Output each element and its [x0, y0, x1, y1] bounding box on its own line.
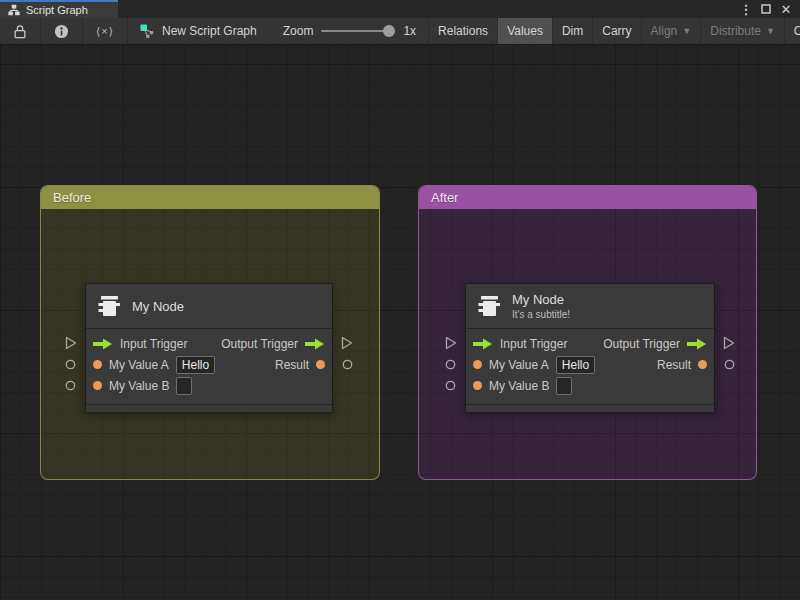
node-after-wrap: My Node It's a subtitle! Input Trigger O… [465, 283, 715, 413]
external-flow-input-port[interactable] [65, 336, 77, 350]
value-b-row: My Value B [86, 375, 332, 396]
graph-nodes-icon [140, 24, 155, 39]
edit-source-button[interactable]: ⟨×⟩ [83, 18, 128, 44]
value-b-label: My Value B [109, 379, 169, 393]
graph-toolbar: ⟨×⟩ New Script Graph Zoom 1x Relations V… [0, 18, 800, 45]
node-footer [466, 404, 714, 412]
output-trigger-port-icon[interactable] [687, 338, 707, 350]
trigger-row: Input Trigger Output Trigger [466, 333, 714, 354]
align-dropdown: Align ▼ [641, 18, 701, 44]
tab-label: Script Graph [26, 4, 88, 16]
node-body: Input Trigger Output Trigger My Value A … [86, 329, 332, 402]
value-b-port-icon[interactable] [93, 381, 102, 390]
new-script-graph-button[interactable]: New Script Graph [128, 18, 271, 44]
node-header: My Node [86, 284, 332, 329]
group-before-header[interactable]: Before [41, 186, 379, 209]
dim-label: Dim [562, 24, 583, 38]
group-after-title: After [431, 190, 458, 205]
lock-icon [13, 24, 27, 39]
overview-button[interactable]: Overview [784, 18, 800, 44]
code-icon: ⟨×⟩ [96, 25, 114, 38]
value-a-label: My Value A [489, 358, 549, 372]
node-title: My Node [132, 299, 184, 314]
lock-button[interactable] [0, 18, 41, 44]
node-footer [86, 404, 332, 412]
value-a-row: My Value A Hello Result [86, 354, 332, 375]
external-value-a-port[interactable] [65, 359, 76, 370]
value-a-port-icon[interactable] [473, 360, 482, 369]
chevron-down-icon: ▼ [682, 27, 691, 36]
external-flow-input-port[interactable] [445, 336, 457, 350]
relations-button[interactable]: Relations [428, 18, 497, 44]
group-after-header[interactable]: After [419, 186, 756, 209]
graph-hierarchy-icon [8, 4, 20, 16]
external-flow-output-port[interactable] [341, 336, 353, 350]
relations-label: Relations [438, 24, 488, 38]
value-b-label: My Value B [489, 379, 549, 393]
value-a-port-icon[interactable] [93, 360, 102, 369]
input-trigger-label: Input Trigger [500, 337, 567, 351]
output-trigger-label: Output Trigger [603, 337, 680, 351]
value-a-field[interactable]: Hello [176, 356, 215, 374]
external-value-a-port[interactable] [445, 359, 456, 370]
result-port-icon[interactable] [316, 360, 325, 369]
node-subtitle: It's a subtitle! [512, 309, 570, 320]
unit-icon [96, 293, 122, 319]
value-b-port-icon[interactable] [473, 381, 482, 390]
output-trigger-label: Output Trigger [221, 337, 298, 351]
zoom-value: 1x [403, 24, 416, 38]
value-b-row: My Value B [466, 375, 714, 396]
distribute-dropdown: Distribute ▼ [700, 18, 784, 44]
trigger-row: Input Trigger Output Trigger [86, 333, 332, 354]
result-label: Result [657, 358, 691, 372]
node-before-wrap: My Node Input Trigger Output Trigger [85, 283, 333, 413]
tab-script-graph[interactable]: Script Graph [0, 0, 118, 18]
input-trigger-port-icon[interactable] [93, 338, 113, 350]
graph-canvas[interactable]: Before After My Node [0, 45, 800, 599]
value-a-field[interactable]: Hello [556, 356, 595, 374]
zoom-control: Zoom 1x [271, 18, 428, 44]
zoom-label: Zoom [283, 24, 314, 38]
value-b-field[interactable] [556, 377, 572, 395]
window-menu-icon[interactable]: ⋮ [738, 1, 754, 17]
unit-icon [476, 293, 502, 319]
node-header: My Node It's a subtitle! [466, 284, 714, 329]
maximize-icon[interactable] [758, 1, 774, 17]
values-button[interactable]: Values [497, 18, 552, 44]
external-value-b-port[interactable] [65, 380, 76, 391]
group-before-title: Before [53, 190, 91, 205]
result-port-icon[interactable] [698, 360, 707, 369]
dim-button[interactable]: Dim [552, 18, 592, 44]
node-my-node-before[interactable]: My Node Input Trigger Output Trigger [85, 283, 333, 413]
input-trigger-port-icon[interactable] [473, 338, 493, 350]
node-title: My Node [512, 292, 570, 307]
external-flow-output-port[interactable] [723, 336, 735, 350]
external-result-port[interactable] [342, 359, 353, 370]
output-trigger-port-icon[interactable] [305, 338, 325, 350]
external-value-b-port[interactable] [445, 380, 456, 391]
node-my-node-after[interactable]: My Node It's a subtitle! Input Trigger O… [465, 283, 715, 413]
zoom-slider[interactable] [321, 30, 395, 32]
carry-label: Carry [602, 24, 631, 38]
value-b-field[interactable] [176, 377, 192, 395]
value-a-label: My Value A [109, 358, 169, 372]
toolbar-toggles: Relations Values Dim Carry Align ▼ Distr… [428, 18, 800, 44]
overview-label: Overview [794, 24, 800, 38]
window-controls: ⋮ ✕ [738, 0, 800, 18]
inspect-button[interactable] [41, 18, 83, 44]
result-label: Result [275, 358, 309, 372]
input-trigger-label: Input Trigger [120, 337, 187, 351]
zoom-slider-thumb[interactable] [383, 25, 395, 37]
chevron-down-icon: ▼ [766, 27, 775, 36]
align-label: Align [651, 24, 678, 38]
carry-button[interactable]: Carry [592, 18, 640, 44]
tab-bar: Script Graph ⋮ ✕ [0, 0, 800, 18]
value-a-row: My Value A Hello Result [466, 354, 714, 375]
new-script-graph-label: New Script Graph [162, 24, 257, 38]
distribute-label: Distribute [710, 24, 761, 38]
node-body: Input Trigger Output Trigger My Value A … [466, 329, 714, 402]
info-icon [54, 24, 69, 39]
external-result-port[interactable] [724, 359, 735, 370]
close-icon[interactable]: ✕ [778, 1, 794, 17]
values-label: Values [507, 24, 543, 38]
